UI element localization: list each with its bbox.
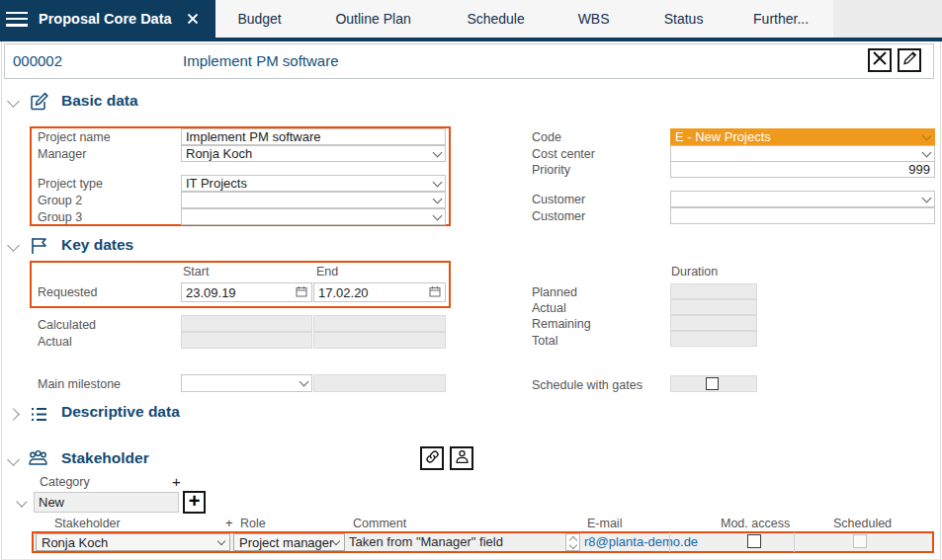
proposal-core-data-window: Proposal Core Data Budget Outline Plan S… <box>0 0 942 560</box>
label-main-milestone: Main milestone <box>38 377 121 391</box>
add-stakeholder-row-button[interactable]: + <box>225 517 233 529</box>
tab-outline-plan[interactable]: Outline Plan <box>304 0 443 38</box>
tab-status[interactable]: Status <box>639 0 729 38</box>
tab-proposal-core-data[interactable]: Proposal Core Data <box>0 0 215 38</box>
add-category-button[interactable]: + <box>172 474 181 489</box>
calendar-icon[interactable] <box>296 285 307 300</box>
schedule-with-gates-checkbox[interactable] <box>706 377 719 390</box>
code-select[interactable]: E - New Projects <box>670 128 935 145</box>
column-comment: Comment <box>353 517 406 530</box>
person-icon <box>454 448 471 469</box>
label-group2: Group 2 <box>38 194 82 207</box>
tab-further[interactable]: Further... <box>729 0 833 38</box>
project-title: Implement PM software <box>183 52 339 69</box>
column-start: Start <box>183 265 209 279</box>
flag-icon <box>29 235 49 260</box>
label-calculated: Calculated <box>38 318 96 332</box>
actual-duration-field <box>670 299 757 315</box>
label-project-name: Project name <box>38 130 111 144</box>
calendar-icon[interactable] <box>429 285 441 300</box>
stakeholder-name-select[interactable]: Ronja Koch <box>36 533 230 551</box>
project-name-input[interactable]: Implement PM software <box>181 128 446 145</box>
tab-bar: Proposal Core Data Budget Outline Plan S… <box>0 0 942 38</box>
main-milestone-date-field <box>313 374 446 392</box>
tab-budget[interactable]: Budget <box>215 0 304 38</box>
label-project-type: Project type <box>38 177 103 191</box>
chevron-down-icon <box>433 210 443 220</box>
mod-access-checkbox[interactable] <box>747 534 761 548</box>
scheduled-checkbox[interactable] <box>853 534 867 548</box>
add-person-button[interactable] <box>450 446 473 470</box>
email-spinner[interactable] <box>565 533 580 551</box>
link-icon <box>424 448 441 469</box>
label-actual-duration: Actual <box>532 301 566 315</box>
add-stakeholder-group-button[interactable]: + <box>183 491 206 514</box>
priority-input[interactable]: 999 <box>670 161 935 178</box>
actual-start-field <box>181 332 312 349</box>
stakeholder-role-select[interactable]: Project manager <box>233 533 345 551</box>
column-mod-access: Mod. access <box>721 517 790 530</box>
requested-end-input[interactable]: 17.02.20 <box>313 282 446 302</box>
chevron-down-icon <box>433 147 443 157</box>
cost-center-select[interactable] <box>670 145 935 162</box>
tab-bar-filler <box>833 0 942 38</box>
section-title-basic-data: Basic data <box>61 92 138 110</box>
column-divider <box>794 532 795 552</box>
label-customer-2: Customer <box>532 209 585 223</box>
label-group3: Group 3 <box>38 210 82 224</box>
column-email: E-mail <box>587 517 622 530</box>
column-duration: Duration <box>671 265 718 279</box>
chevron-down-icon <box>433 194 443 203</box>
hamburger-menu-icon[interactable] <box>6 12 28 27</box>
label-code: Code <box>532 130 561 144</box>
chevron-down-icon <box>922 147 932 157</box>
stakeholder-email-link[interactable]: r8@planta-demo.de <box>584 534 698 549</box>
label-customer-1: Customer <box>532 193 585 206</box>
column-stakeholder: Stakeholder <box>54 517 121 530</box>
chevron-down-icon <box>332 536 340 544</box>
stakeholder-comment: Taken from "Manager" field <box>349 534 503 549</box>
delete-button[interactable] <box>868 48 892 72</box>
chevron-down-icon <box>922 130 932 140</box>
tab-wbs[interactable]: WBS <box>550 0 639 38</box>
customer-input[interactable] <box>670 207 935 224</box>
tab-close-icon[interactable] <box>186 12 200 26</box>
column-scheduled: Scheduled <box>833 517 892 530</box>
link-stakeholder-button[interactable] <box>420 446 444 470</box>
calculated-start-field <box>181 315 312 332</box>
group3-select[interactable] <box>181 208 446 225</box>
plus-icon: + <box>189 491 201 511</box>
main-milestone-select[interactable] <box>181 374 312 392</box>
calculated-end-field <box>313 315 446 332</box>
section-title-stakeholder: Stakeholder <box>61 449 149 467</box>
actual-end-field <box>313 332 446 349</box>
label-category: Category <box>40 475 90 489</box>
label-schedule-with-gates: Schedule with gates <box>532 378 642 392</box>
label-planned: Planned <box>532 285 577 299</box>
category-group-field[interactable]: New <box>34 492 179 513</box>
list-icon <box>29 404 49 429</box>
manager-select[interactable]: Ronja Koch <box>181 145 446 162</box>
chevron-down-icon <box>217 536 225 544</box>
customer-select[interactable] <box>670 191 935 207</box>
project-type-select[interactable]: IT Projects <box>181 175 446 192</box>
section-title-key-dates: Key dates <box>61 236 133 254</box>
tab-schedule[interactable]: Schedule <box>443 0 550 38</box>
label-remaining: Remaining <box>532 317 591 331</box>
edit-box-icon <box>28 91 49 117</box>
record-header <box>4 43 934 79</box>
total-duration-field <box>670 331 757 347</box>
planned-duration-field <box>670 283 757 299</box>
column-role: Role <box>240 517 266 530</box>
panel-border <box>1 41 941 560</box>
remaining-duration-field <box>670 315 757 331</box>
edit-button[interactable] <box>898 48 921 72</box>
chevron-down-icon <box>922 193 932 202</box>
chevron-down-icon <box>300 377 309 387</box>
group2-select[interactable] <box>181 192 446 208</box>
pencil-icon <box>901 50 917 70</box>
label-manager: Manager <box>38 147 86 161</box>
requested-start-input[interactable]: 23.09.19 <box>181 282 312 302</box>
column-end: End <box>316 265 338 279</box>
column-divider <box>669 532 670 552</box>
